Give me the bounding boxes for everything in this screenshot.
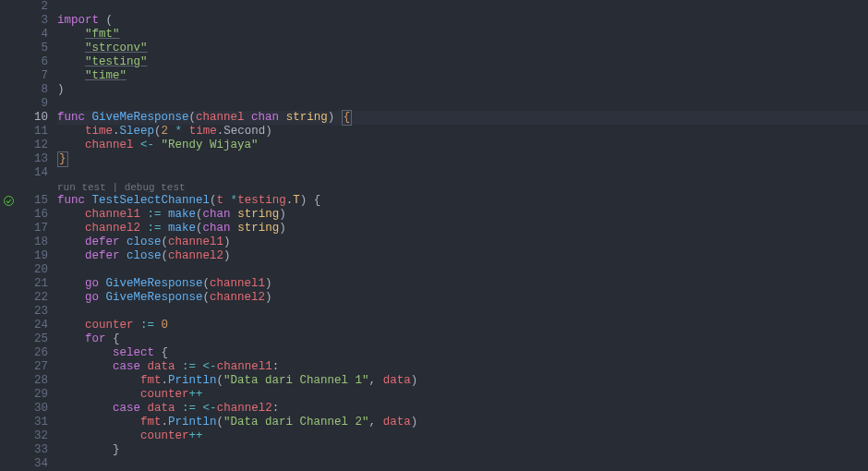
code-line[interactable]: "testing" bbox=[57, 55, 868, 69]
token-typ: T bbox=[293, 194, 300, 207]
line-number: 29 bbox=[17, 388, 48, 402]
token-kw: case bbox=[113, 402, 140, 415]
token-id: time bbox=[85, 125, 113, 138]
token-p: ) bbox=[265, 291, 272, 304]
code-line[interactable]: "fmt" bbox=[57, 28, 868, 42]
token-nm bbox=[196, 402, 203, 415]
code-line[interactable]: "time" bbox=[57, 69, 868, 83]
line-number: 23 bbox=[17, 305, 48, 319]
line-number: 31 bbox=[17, 416, 48, 429]
code-line[interactable]: for { bbox=[57, 332, 868, 346]
token-fn: close bbox=[127, 236, 162, 248]
token-op: := bbox=[140, 319, 154, 332]
code-line[interactable]: } bbox=[57, 152, 868, 166]
token-nm bbox=[245, 111, 252, 124]
code-line[interactable]: case data := <-channel2: bbox=[57, 402, 868, 416]
token-nm bbox=[223, 194, 231, 207]
token-p: ( bbox=[154, 125, 162, 138]
line-number: 32 bbox=[17, 429, 48, 443]
code-line[interactable]: go GiveMeResponse(channel2) bbox=[57, 291, 868, 305]
code-line[interactable]: select { bbox=[57, 346, 868, 360]
token-p: ) bbox=[265, 125, 272, 138]
token-p: ( bbox=[203, 291, 211, 304]
token-p: ( bbox=[196, 208, 203, 221]
token-p: ) bbox=[279, 208, 286, 221]
code-line[interactable]: defer close(channel1) bbox=[57, 236, 868, 249]
token-nm bbox=[182, 125, 189, 138]
code-line[interactable]: func TestSelectChannel(t *testing.T) { bbox=[57, 194, 868, 208]
token-id: channel1 bbox=[85, 208, 140, 221]
code-line[interactable]: } bbox=[57, 443, 868, 457]
token-kw: chan bbox=[203, 208, 231, 221]
code-editor[interactable]: 2345678910111213141516171819202122232425… bbox=[0, 0, 868, 471]
token-op: ++ bbox=[189, 429, 203, 442]
token-p: { bbox=[154, 346, 168, 359]
token-fn: GiveMeResponse bbox=[106, 291, 203, 304]
code-line[interactable] bbox=[57, 0, 868, 14]
token-nm bbox=[85, 111, 92, 124]
token-str: "Rendy Wijaya" bbox=[162, 139, 259, 151]
token-strU: "testing" bbox=[85, 55, 148, 68]
line-number: 16 bbox=[17, 208, 48, 222]
token-id: channel bbox=[85, 139, 134, 151]
token-op: * bbox=[175, 125, 183, 138]
codelens-debug[interactable]: debug test bbox=[125, 182, 186, 193]
line-number: 8 bbox=[17, 83, 48, 97]
token-id: counter bbox=[85, 319, 134, 332]
code-line[interactable]: time.Sleep(2 * time.Second) bbox=[57, 125, 868, 139]
code-line[interactable]: counter++ bbox=[57, 429, 868, 443]
codelens[interactable]: run test | debug test bbox=[57, 180, 868, 194]
token-p: ) bbox=[57, 83, 65, 96]
code-line[interactable]: go GiveMeResponse(channel1) bbox=[57, 277, 868, 291]
token-id: data bbox=[148, 402, 175, 415]
token-op: := bbox=[182, 360, 196, 373]
token-fn: make bbox=[168, 208, 196, 221]
code-line[interactable]: channel1 := make(chan string) bbox=[57, 208, 868, 222]
token-id: channel2 bbox=[85, 222, 140, 235]
token-typ: string bbox=[237, 222, 279, 235]
token-kw: defer bbox=[85, 249, 120, 262]
code-line[interactable]: func GiveMeResponse(channel chan string)… bbox=[57, 111, 868, 125]
code-line[interactable]: fmt.Println("Data dari Channel 1", data) bbox=[57, 374, 868, 388]
code-line[interactable]: defer close(channel2) bbox=[57, 249, 868, 263]
token-nm bbox=[99, 277, 106, 290]
code-area[interactable]: import ( "fmt" "strconv" "testing" "time… bbox=[57, 0, 868, 471]
token-fn: Sleep bbox=[120, 125, 155, 138]
token-id: channel2 bbox=[217, 402, 272, 415]
token-kw: select bbox=[113, 346, 154, 359]
code-line[interactable] bbox=[57, 457, 868, 471]
token-p: : bbox=[272, 360, 280, 373]
line-number: 19 bbox=[17, 249, 48, 263]
code-line[interactable]: channel2 := make(chan string) bbox=[57, 222, 868, 236]
code-line[interactable] bbox=[57, 305, 868, 319]
code-line[interactable] bbox=[57, 97, 868, 111]
token-p: . bbox=[113, 125, 120, 138]
code-line[interactable]: counter++ bbox=[57, 388, 868, 402]
token-p: . bbox=[162, 374, 169, 387]
test-pass-icon[interactable] bbox=[4, 196, 14, 206]
code-line[interactable]: case data := <-channel1: bbox=[57, 360, 868, 374]
code-line[interactable]: fmt.Println("Data dari Channel 2", data) bbox=[57, 416, 868, 429]
code-line[interactable]: import ( bbox=[57, 14, 868, 28]
code-line[interactable]: counter := 0 bbox=[57, 319, 868, 332]
token-p: ( bbox=[203, 277, 211, 290]
token-id: channel bbox=[196, 111, 245, 124]
token-str: "Data dari Channel 2" bbox=[223, 416, 369, 429]
codelens-run[interactable]: run test bbox=[57, 182, 106, 193]
line-number: 30 bbox=[17, 402, 48, 416]
code-line[interactable] bbox=[57, 263, 868, 277]
token-id: t bbox=[217, 194, 224, 207]
line-number: 34 bbox=[17, 457, 48, 471]
token-p: ) bbox=[328, 111, 342, 124]
token-nm bbox=[134, 139, 141, 151]
code-line[interactable] bbox=[57, 166, 868, 180]
code-line[interactable]: "strconv" bbox=[57, 42, 868, 55]
token-nm bbox=[231, 222, 238, 235]
token-op: <- bbox=[203, 360, 217, 373]
token-p: ) bbox=[223, 236, 231, 248]
code-line[interactable]: channel <- "Rendy Wijaya" bbox=[57, 139, 868, 152]
token-nm bbox=[279, 111, 286, 124]
token-nm bbox=[196, 360, 203, 373]
code-line[interactable]: ) bbox=[57, 83, 868, 97]
token-id: testing bbox=[237, 194, 286, 207]
